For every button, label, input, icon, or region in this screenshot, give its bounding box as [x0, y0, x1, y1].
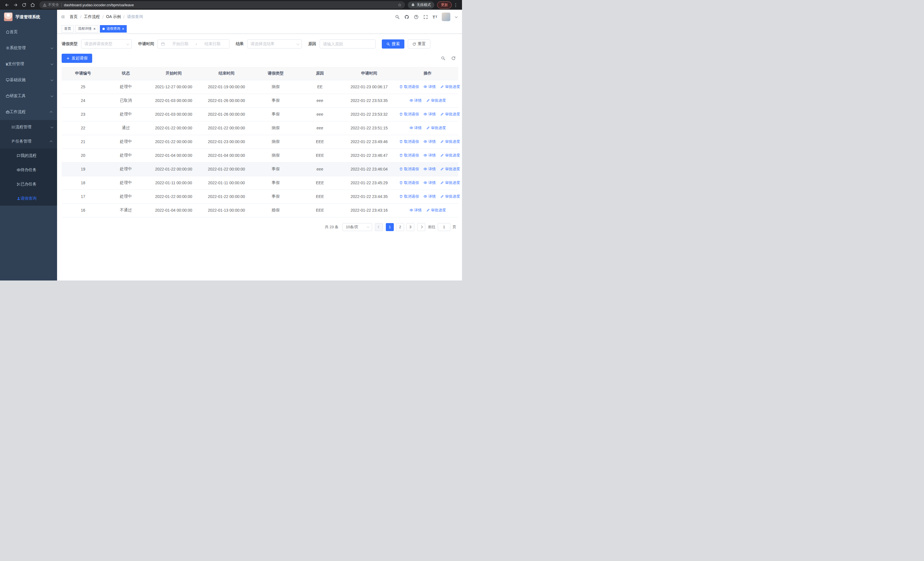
action-progress-link[interactable]: 审批进度 — [440, 139, 460, 144]
cell-type: 病假 — [253, 80, 298, 94]
breadcrumb-item[interactable]: 首页 — [70, 14, 78, 20]
table-row[interactable]: 22通过2022-01-22 00:00:002022-01-22 00:00:… — [62, 121, 458, 135]
sidebar-item-todo-tasks[interactable]: 待办任务 — [0, 163, 57, 177]
sidebar-item-system-management[interactable]: 系统管理 — [0, 40, 57, 56]
action-cancel-link[interactable]: 取消请假 — [399, 84, 419, 89]
breadcrumb-item[interactable]: 工作流程 — [84, 14, 100, 20]
trash-icon — [399, 153, 403, 157]
question-icon[interactable] — [414, 15, 418, 20]
action-cancel-link[interactable]: 取消请假 — [399, 167, 419, 171]
tab-home[interactable]: 首页 — [62, 25, 74, 33]
action-cancel-link[interactable]: 取消请假 — [399, 112, 419, 117]
create-leave-button[interactable]: 发起请假 — [62, 54, 92, 63]
prev-page-button[interactable] — [375, 223, 383, 231]
search-icon[interactable] — [395, 15, 400, 20]
table-row[interactable]: 24已取消2022-01-03 00:00:002022-01-26 00:00… — [62, 94, 458, 107]
result-select[interactable]: 请选择流结果 — [247, 39, 302, 48]
logo[interactable]: 芋道管理系统 — [0, 10, 57, 24]
bookmark-star-icon[interactable] — [398, 3, 402, 7]
action-detail-link[interactable]: 详情 — [410, 208, 422, 213]
action-progress-link[interactable]: 审批进度 — [440, 112, 460, 117]
sidebar-item-dev-tools[interactable]: 研发工具 — [0, 88, 57, 104]
github-icon[interactable] — [404, 15, 409, 20]
sidebar-item-done-tasks[interactable]: 已办任务 — [0, 177, 57, 191]
action-detail-link[interactable]: 详情 — [410, 98, 422, 103]
sidebar-item-payment-management[interactable]: ¥支付管理 — [0, 56, 57, 72]
sidebar-item-process-management[interactable]: 流程管理 — [0, 120, 57, 134]
sidebar-fold-icon[interactable] — [61, 15, 65, 19]
address-bar[interactable]: 不安全 dashboard.yudao.iocoder.cn/bpm/oa/le… — [39, 1, 405, 9]
reason-input[interactable] — [323, 42, 372, 46]
action-cancel-link[interactable]: 取消请假 — [399, 194, 419, 199]
tab-process-detail[interactable]: 流程详情× — [75, 25, 98, 33]
table-row[interactable]: 20处理中2022-01-04 00:00:002022-01-04 00:00… — [62, 149, 458, 162]
cell-actions: 取消请假详情审批进度 — [397, 190, 458, 203]
home-button[interactable] — [28, 1, 36, 9]
table-row[interactable]: 21处理中2022-01-22 00:00:002022-01-23 00:00… — [62, 135, 458, 149]
sidebar-item-label: 我的流程 — [21, 153, 53, 158]
action-detail-link[interactable]: 详情 — [423, 194, 436, 199]
action-progress-link[interactable]: 审批进度 — [440, 84, 460, 89]
search-button[interactable]: 搜索 — [382, 39, 404, 48]
action-progress-link[interactable]: 审批进度 — [440, 153, 460, 158]
tab-leave-query[interactable]: 请假查询× — [100, 25, 127, 33]
next-page-button[interactable] — [417, 223, 425, 231]
action-progress-link[interactable]: 审批进度 — [440, 180, 460, 185]
reload-button[interactable] — [20, 1, 28, 9]
page-button-1[interactable]: 1 — [386, 223, 394, 231]
action-cancel-link[interactable]: 取消请假 — [399, 139, 419, 144]
action-progress-link[interactable]: 审批进度 — [440, 167, 460, 171]
back-button[interactable] — [3, 1, 11, 9]
fullscreen-icon[interactable] — [423, 15, 428, 20]
sidebar-item-task-management[interactable]: 任务管理 — [0, 134, 57, 149]
action-progress-link[interactable]: 审批进度 — [426, 98, 446, 103]
table-row[interactable]: 19处理中2022-01-22 00:00:002022-01-22 00:00… — [62, 162, 458, 176]
action-detail-link[interactable]: 详情 — [423, 153, 436, 158]
user-avatar[interactable] — [442, 12, 450, 21]
cell-actions: 取消请假详情审批进度 — [397, 135, 458, 149]
reset-button[interactable]: 重置 — [408, 39, 430, 48]
page-size-select[interactable]: 10条/页 — [342, 223, 372, 231]
action-label: 取消请假 — [404, 180, 419, 185]
goto-page-input[interactable] — [438, 223, 450, 231]
action-progress-link[interactable]: 审批进度 — [426, 208, 446, 213]
browser-menu-icon[interactable]: ⋮ — [452, 2, 459, 8]
table-row[interactable]: 25处理中2021-12-27 00:00:002022-01-19 00:00… — [62, 80, 458, 94]
leave-type-select[interactable]: 请选择请假类型 — [81, 39, 132, 48]
breadcrumb-separator: / — [102, 15, 104, 19]
sidebar-item-home[interactable]: 首页 — [0, 24, 57, 40]
action-detail-link[interactable]: 详情 — [410, 125, 422, 131]
sidebar-item-leave-query[interactable]: 请假查询 — [0, 191, 57, 206]
page-button-3[interactable]: 3 — [406, 223, 414, 231]
action-progress-link[interactable]: 审批进度 — [426, 125, 446, 131]
update-button[interactable]: 更新 — [437, 2, 452, 9]
table-row[interactable]: 18处理中2022-01-11 00:00:002022-01-11 00:00… — [62, 176, 458, 190]
table-row[interactable]: 23处理中2022-01-03 00:00:002022-01-26 00:00… — [62, 107, 458, 121]
table-row[interactable]: 17处理中2022-01-22 00:00:002022-01-22 00:00… — [62, 190, 458, 203]
page-button-2[interactable]: 2 — [396, 223, 404, 231]
table-refresh-icon[interactable] — [451, 56, 456, 60]
close-icon[interactable]: × — [93, 27, 96, 31]
security-chip[interactable]: 不安全 — [43, 2, 59, 8]
sidebar-item-infrastructure[interactable]: 基础设施 — [0, 72, 57, 88]
action-detail-link[interactable]: 详情 — [423, 167, 436, 171]
action-detail-link[interactable]: 详情 — [423, 84, 436, 89]
action-progress-link[interactable]: 审批进度 — [440, 194, 460, 199]
action-detail-link[interactable]: 详情 — [423, 112, 436, 117]
table-search-icon[interactable] — [441, 56, 446, 60]
breadcrumb-item[interactable]: OA 示例 — [106, 14, 121, 20]
action-detail-link[interactable]: 详情 — [423, 139, 436, 144]
forward-button[interactable] — [11, 1, 20, 9]
sidebar-item-workflow[interactable]: 工作流程 — [0, 104, 57, 120]
cell-end: 2022-01-13 00:00:00 — [200, 203, 253, 217]
action-cancel-link[interactable]: 取消请假 — [399, 180, 419, 185]
fontsize-icon[interactable]: TT — [433, 15, 437, 20]
action-cancel-link[interactable]: 取消请假 — [399, 153, 419, 158]
chevron-down-icon[interactable] — [455, 16, 457, 18]
table-row[interactable]: 16不通过2022-01-04 00:00:002022-01-13 00:00… — [62, 203, 458, 217]
action-detail-link[interactable]: 详情 — [423, 180, 436, 185]
sidebar-item-my-process[interactable]: 我的流程 — [0, 149, 57, 163]
close-icon[interactable]: × — [122, 27, 124, 31]
cell-start: 2022-01-22 00:00:00 — [147, 162, 200, 176]
apply-time-range-picker[interactable]: 开始日期 - 结束日期 — [158, 39, 230, 48]
